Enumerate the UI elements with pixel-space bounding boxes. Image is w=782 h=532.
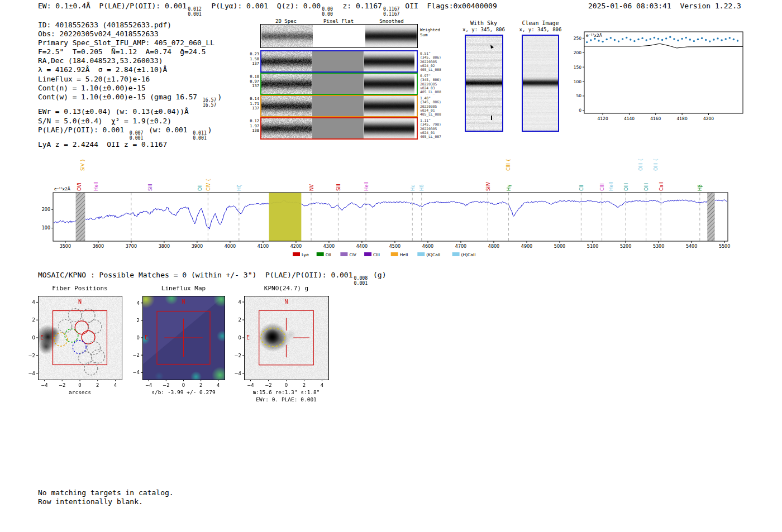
svg-text:CII: CII — [579, 185, 584, 191]
info-line: S/N = 5.0(±0.4) χ² = 1.9(±0.2) — [38, 117, 222, 126]
info-line: Cont(n) = 1.10(±0.00)e-15 — [38, 84, 222, 93]
svg-text:5300: 5300 — [653, 244, 664, 249]
svg-text:150: 150 — [574, 65, 582, 70]
fiber-row-annotation: 0.51"(345, 806)20220305v024_02405_LL_088 — [420, 51, 454, 71]
svg-text:4000: 4000 — [225, 244, 236, 249]
svg-text:OVI: OVI — [77, 183, 82, 191]
svg-text:50: 50 — [576, 93, 581, 98]
fiber-pixelflat-image — [312, 96, 364, 116]
zoom-spectrum-chart: 05010015020025041204140416041804200e⁻¹⁷x… — [563, 26, 750, 127]
svg-text:CIV {: CIV { — [206, 179, 211, 191]
svg-text:3900: 3900 — [192, 244, 203, 249]
fiber-pixelflat-image — [312, 118, 364, 138]
svg-text:Lyα: Lyα — [302, 252, 309, 257]
fiber-row-weights: 0.231.50137 — [248, 52, 259, 66]
info-line: RA,Dec (184.048523,53.260033) — [38, 56, 222, 65]
svg-text:NV: NV — [309, 184, 314, 191]
fiber-2dspec-image — [261, 118, 312, 138]
svg-text:CIII: CIII — [599, 184, 605, 191]
weighted-sum-label-line2: Sum — [420, 33, 440, 38]
svg-text:Hε: Hε — [410, 185, 416, 191]
info-line: Cont(w) = 1.10(±0.00)e-15 (gmag 16.57 16… — [38, 93, 222, 108]
svg-text:(H)CaII: (H)CaII — [461, 252, 476, 257]
spec2d-row — [260, 73, 418, 95]
svg-text:4120: 4120 — [598, 116, 608, 121]
fiber-smoothed-image — [364, 118, 414, 138]
svg-text:4300: 4300 — [323, 244, 335, 249]
col-header-pixelflat: Pixel Flat — [312, 18, 365, 24]
svg-text:HeII: HeII — [93, 181, 99, 191]
svg-text:5000: 5000 — [554, 244, 565, 249]
svg-text:CaII: CaII — [659, 182, 664, 191]
info-line: LineFlux = 5.20(±1.70)e-16 — [38, 75, 222, 84]
fiber-row-weights: 0.121.97138 — [248, 119, 259, 133]
with-sky-title: With Sky — [458, 20, 509, 26]
footer-notes: No matching targets in catalog. Row inte… — [38, 488, 174, 506]
weighted-smoothed-image — [365, 25, 417, 47]
fiber-2dspec-image — [261, 74, 312, 94]
svg-text:OII: OII — [326, 252, 331, 257]
svg-text:200: 200 — [574, 50, 582, 55]
timestamp-text: 2025-01-06 08:03:41 — [588, 2, 671, 10]
svg-text:4600: 4600 — [422, 244, 433, 249]
fiber-row-annotation: 0.97"(345, 806)20220305v024_03405_LL_088 — [420, 74, 454, 94]
svg-text:SiII: SiII — [147, 184, 153, 191]
svg-text:OIII: OIII — [643, 183, 649, 191]
weighted-sum-label: Weighted Sum — [420, 28, 440, 37]
svg-text:3800: 3800 — [159, 244, 170, 249]
clean-image — [523, 36, 558, 131]
svg-text:250: 250 — [574, 36, 582, 41]
footer-note-2: Row intentionally blank. — [38, 497, 174, 506]
detection-info-block: ID: 4018552633 (4018552633.pdf)Obs: 2022… — [38, 21, 222, 149]
svg-text:5500: 5500 — [719, 244, 730, 249]
spec2d-section: 2D Spec Pixel Flat Smoothed Weighted Sum… — [248, 17, 456, 142]
with-sky-image — [466, 36, 502, 131]
kpno-cutout-panel — [232, 281, 339, 405]
info-line: P(LAE)/P(OII): 0.001 0.0070.001 (w: 0.00… — [38, 126, 222, 141]
svg-text:4200: 4200 — [703, 116, 714, 121]
svg-text:4500: 4500 — [389, 244, 400, 249]
svg-text:100: 100 — [574, 79, 582, 84]
info-line: F=2.5" T=0.205 N̄=1.12 A=0.74 ḡ=24.5 — [38, 47, 222, 56]
version-text: Version 1.22.3 — [680, 2, 741, 10]
info-line: λ = 4162.92Å σ = 2.84(±1.10)Å — [38, 65, 222, 74]
with-sky-panel — [465, 35, 503, 132]
svg-text:CIII {: CIII { — [506, 159, 511, 171]
fiber-row-annotation: 1.11"(345, 798)20220305v024_01405_LL_087 — [420, 118, 454, 138]
fiber-smoothed-image — [364, 51, 414, 71]
svg-text:4400: 4400 — [356, 244, 368, 249]
svg-text:SiIV: SiIV — [485, 182, 491, 191]
spec2d-row — [260, 95, 418, 117]
svg-text:100: 100 — [42, 226, 50, 231]
info-line: Obs: 20220305v024_4018552633 — [38, 30, 222, 39]
svg-text:5100: 5100 — [587, 244, 598, 249]
info-line: EWr = 0.13(±0.04) (w: 0.13(±0.04))Å — [38, 107, 222, 116]
svg-text:OII: OII — [197, 184, 203, 191]
svg-text:CIV: CIV — [349, 252, 356, 257]
col-header-smoothed: Smoothed — [365, 18, 418, 24]
stacked-uncertainty: 0.0080.001 — [354, 276, 368, 286]
svg-text:Hγ: Hγ — [506, 185, 512, 191]
stacked-uncertainty: 0.000.00 — [322, 7, 333, 17]
svg-text:4700: 4700 — [455, 244, 466, 249]
spec2d-row — [260, 117, 418, 140]
clean-image-panel — [522, 35, 559, 132]
col-header-2dspec: 2D Spec — [260, 18, 312, 24]
full-spectrum-chart: 3500360037003800390040004100420043004400… — [34, 148, 738, 261]
lineflux-map-panel — [130, 281, 236, 400]
stacked-uncertainty: 0.0110.001 — [193, 131, 207, 141]
svg-text:3700: 3700 — [126, 244, 137, 249]
svg-text:5400: 5400 — [686, 244, 697, 249]
footer-note-1: No matching targets in catalog. — [38, 488, 174, 497]
svg-text:4180: 4180 — [677, 116, 688, 121]
svg-text:4200: 4200 — [290, 244, 302, 249]
fiber-2dspec-image — [261, 51, 312, 71]
fiber-positions-panel — [26, 281, 132, 400]
stacked-uncertainty: 16.5716.57 — [203, 98, 217, 108]
info-line: Primary Spec_Slot_IFU_AMP: 405_072_060_L… — [38, 39, 222, 47]
svg-text:e⁻¹⁷x2Å: e⁻¹⁷x2Å — [54, 186, 71, 191]
spec2d-row — [260, 50, 418, 73]
stacked-uncertainty: 0.0120.001 — [188, 7, 202, 17]
fiber-smoothed-image — [364, 96, 414, 116]
svg-text:SiV }: SiV } — [80, 159, 85, 171]
